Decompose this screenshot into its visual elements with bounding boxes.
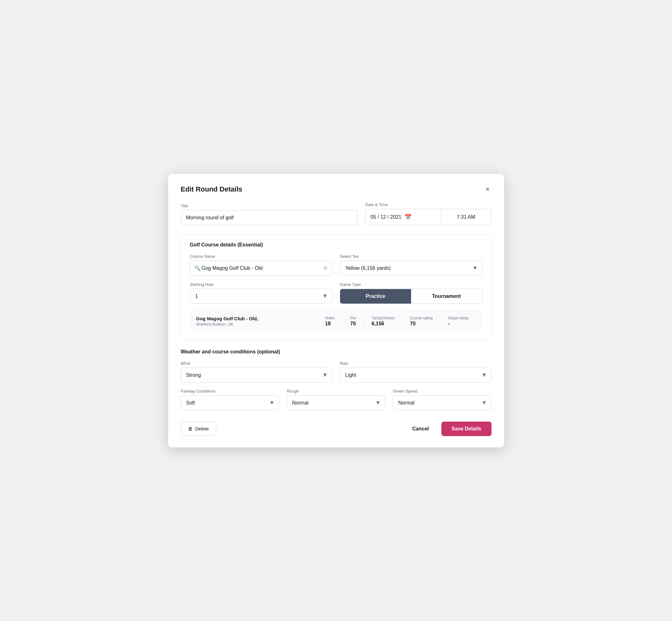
game-type-group: Game Type Practice Tournament [340,282,482,304]
course-stats: Holes 18 Par 70 Yards(Yellow) 6,156 Cour… [317,316,476,327]
select-tee-group: Select Tee Yellow (6,156 yards) White Re… [340,254,482,276]
weather-section: Weather and course conditions (optional)… [181,349,492,410]
rain-dropdown[interactable]: NoneLight ModerateHeavy [340,368,492,382]
holes-value: 18 [325,321,331,327]
rain-wrap: NoneLight ModerateHeavy ▼ [340,368,492,382]
par-value: 70 [350,321,356,327]
green-speed-dropdown[interactable]: SlowNormal FastVery Fast [393,396,491,410]
calendar-icon: 📅 [405,214,411,220]
game-type-label: Game Type [340,282,482,287]
stat-course-rating: Course rating 70 [402,316,440,327]
modal-title: Edit Round Details [181,185,243,194]
stat-yards: Yards(Yellow) 6,156 [364,316,402,327]
course-rating-value: 70 [410,321,416,327]
practice-button[interactable]: Practice [340,289,411,303]
slope-rating-label: Slope rating [448,316,468,320]
stat-slope-rating: Slope rating - [440,316,476,327]
select-tee-dropdown[interactable]: Yellow (6,156 yards) White Red Blue [340,261,482,276]
course-info-name: Gog Magog Golf Club - Old, [196,316,318,321]
weather-row-2: Fairway Conditions DryNormal SoftWet ▼ R… [181,389,492,410]
datetime-group: Date & Time 05 / 12 / 2021 📅 7:31 AM [365,202,492,225]
yards-value: 6,156 [372,321,384,327]
stat-par: Par 70 [342,316,364,327]
datetime-inputs: 05 / 12 / 2021 📅 7:31 AM [365,209,492,225]
course-top-row: Course Name 🔍 ✕ Select Tee Yellow (6,156… [190,254,482,276]
footer-right: Cancel Save Details [407,422,492,436]
select-tee-wrap: Yellow (6,156 yards) White Red Blue ▼ [340,261,482,276]
clear-icon[interactable]: ✕ [323,265,328,272]
slope-rating-value: - [448,321,450,327]
trash-icon: 🗑 [188,426,193,431]
time-input[interactable]: 7:31 AM [441,209,492,225]
fairway-group: Fairway Conditions DryNormal SoftWet ▼ [181,389,279,410]
rough-group: Rough ShortNormal LongVery Long ▼ [287,389,385,410]
rain-label: Rain [340,361,492,366]
datetime-label: Date & Time [365,202,492,207]
starting-hole-label: Starting Hole [190,282,333,287]
yards-label: Yards(Yellow) [372,316,395,320]
title-label: Title [181,204,358,208]
select-tee-label: Select Tee [340,254,482,259]
stat-holes: Holes 18 [317,316,342,327]
wind-wrap: CalmLightModerate StrongVery Strong ▼ [181,368,333,382]
time-value: 7:31 AM [457,214,475,220]
edit-round-modal: Edit Round Details × Title Date & Time 0… [168,174,504,448]
delete-label: Delete [195,426,209,431]
rough-wrap: ShortNormal LongVery Long ▼ [287,396,385,410]
cancel-button[interactable]: Cancel [407,422,434,436]
rough-dropdown[interactable]: ShortNormal LongVery Long [287,396,385,410]
starting-hole-dropdown[interactable]: 1234 5678 910 [190,289,333,303]
modal-header: Edit Round Details × [181,185,492,194]
course-bottom-row: Starting Hole 1234 5678 910 ▼ Game Type … [190,282,482,304]
fairway-wrap: DryNormal SoftWet ▼ [181,396,279,410]
close-button[interactable]: × [484,185,492,194]
course-info-row: Gog Magog Golf Club - Old, Shelford Bott… [190,310,482,332]
holes-label: Holes [325,316,335,320]
date-input[interactable]: 05 / 12 / 2021 📅 [365,209,441,225]
wind-group: Wind CalmLightModerate StrongVery Strong… [181,361,333,382]
course-name-group: Course Name 🔍 ✕ [190,254,333,276]
tournament-button[interactable]: Tournament [411,289,482,303]
weather-row-1: Wind CalmLightModerate StrongVery Strong… [181,361,492,382]
footer: 🗑 Delete Cancel Save Details [181,419,492,436]
course-name-input[interactable] [190,261,333,276]
wind-dropdown[interactable]: CalmLightModerate StrongVery Strong [181,368,333,382]
title-input[interactable] [181,210,358,225]
save-button[interactable]: Save Details [442,422,491,436]
wind-label: Wind [181,361,333,366]
par-label: Par [350,316,356,320]
course-name-block: Gog Magog Golf Club - Old, Shelford Bott… [196,316,318,327]
rough-label: Rough [287,389,385,394]
course-section-title: Golf Course details (Essential) [190,242,482,248]
green-speed-wrap: SlowNormal FastVery Fast ▼ [393,396,491,410]
fairway-label: Fairway Conditions [181,389,279,394]
fairway-dropdown[interactable]: DryNormal SoftWet [181,396,279,410]
game-type-toggle: Practice Tournament [340,289,482,304]
starting-hole-wrap: 1234 5678 910 ▼ [190,289,333,303]
starting-hole-group: Starting Hole 1234 5678 910 ▼ [190,282,333,304]
delete-button[interactable]: 🗑 Delete [181,422,216,436]
course-rating-label: Course rating [410,316,432,320]
top-row: Title Date & Time 05 / 12 / 2021 📅 7:31 … [181,202,492,225]
green-speed-group: Green Speed SlowNormal FastVery Fast ▼ [393,389,491,410]
date-value: 05 / 12 / 2021 [371,214,402,220]
green-speed-label: Green Speed [393,389,491,394]
course-section: Golf Course details (Essential) Course N… [181,234,492,340]
weather-section-title: Weather and course conditions (optional) [181,349,492,355]
title-group: Title [181,204,358,225]
search-icon: 🔍 [194,265,201,271]
course-info-location: Shelford Bottom, UK [196,322,318,327]
course-name-input-wrap: 🔍 ✕ [190,261,333,276]
rain-group: Rain NoneLight ModerateHeavy ▼ [340,361,492,382]
course-name-label: Course Name [190,254,333,259]
